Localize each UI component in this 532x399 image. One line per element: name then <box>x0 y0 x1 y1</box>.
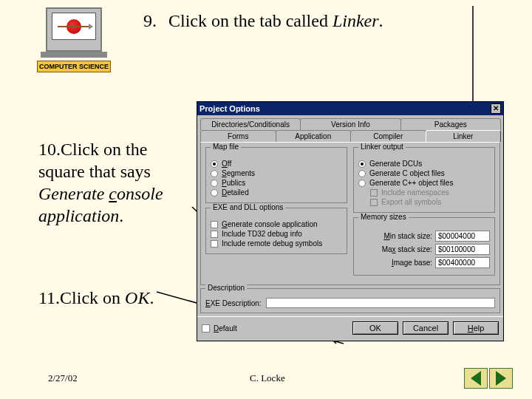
check-generate-console[interactable]: Generate console application <box>211 220 342 228</box>
image-base-label: Image base: <box>358 259 432 267</box>
radio-mapfile-segments[interactable]: Segments <box>211 169 342 177</box>
close-button[interactable]: ✕ <box>491 103 501 114</box>
tab-forms[interactable]: Forms <box>200 130 276 142</box>
project-options-dialog: Project Options ✕ Directories/Conditiona… <box>197 101 504 341</box>
titlebar[interactable]: Project Options ✕ <box>197 102 503 115</box>
cancel-button[interactable]: Cancel <box>403 321 449 335</box>
help-button[interactable]: Help <box>453 321 499 335</box>
mapfile-title: Map file <box>211 143 241 151</box>
check-include-namespaces: Include namespaces <box>370 188 490 197</box>
tab-packages[interactable]: Packages <box>400 118 501 130</box>
check-export-symbols: Export all symbols <box>370 198 490 206</box>
radio-generate-dcus[interactable]: Generate DCUs <box>358 160 490 168</box>
check-td32-debug[interactable]: Include TD32 debug info <box>211 230 342 238</box>
tab-compiler[interactable]: Compiler <box>350 130 426 142</box>
nav-arrows <box>464 368 513 389</box>
tab-linker[interactable]: Linker <box>426 130 502 142</box>
check-remote-debug[interactable]: Include remote debug symbols <box>211 239 342 248</box>
radio-mapfile-detailed[interactable]: Detailed <box>211 188 342 197</box>
footer-date: 2/27/02 <box>48 372 78 384</box>
min-stack-input[interactable]: $00004000 <box>435 231 490 242</box>
window-title: Project Options <box>200 104 491 113</box>
exe-dll-title: EXE and DLL options <box>211 203 285 211</box>
image-base-input[interactable]: $00400000 <box>435 257 490 268</box>
linker-output-group: Linker output Generate DCUs Generate C o… <box>353 147 495 213</box>
radio-mapfile-publics[interactable]: Publics <box>211 179 342 187</box>
linker-output-title: Linker output <box>358 143 406 151</box>
prev-slide-button[interactable] <box>464 368 488 389</box>
exe-description-label: EXE Description: <box>205 299 262 307</box>
memory-group: Memory sizes Min stack size:$00004000 Ma… <box>353 217 495 276</box>
radio-generate-cpp[interactable]: Generate C++ object files <box>358 179 490 187</box>
tab-application[interactable]: Application <box>276 130 352 142</box>
default-checkbox[interactable]: Default <box>202 324 348 332</box>
tab-version-info[interactable]: Version Info <box>300 118 400 130</box>
description-title: Description <box>205 284 247 292</box>
tab-directories[interactable]: Directories/Conditionals <box>200 118 301 130</box>
next-slide-button[interactable] <box>489 368 513 389</box>
memory-title: Memory sizes <box>358 213 409 221</box>
footer-author: C. Locke <box>250 372 285 384</box>
exe-dll-group: EXE and DLL options Generate console app… <box>205 208 347 254</box>
exe-description-input[interactable] <box>266 298 495 308</box>
tab-strip: Directories/Conditionals Version Info Pa… <box>197 115 503 142</box>
description-group: Description EXE Description: <box>200 288 500 313</box>
triangle-right-icon <box>496 371 506 386</box>
radio-mapfile-off[interactable]: Off <box>211 160 342 168</box>
ok-button[interactable]: OK <box>352 321 398 335</box>
radio-generate-c[interactable]: Generate C object files <box>358 169 490 177</box>
min-stack-label: Min stack size: <box>358 232 432 240</box>
max-stack-input[interactable]: $00100000 <box>435 244 490 255</box>
mapfile-group: Map file Off Segments Publics Detailed <box>205 147 347 203</box>
max-stack-label: Max stack size: <box>358 245 432 253</box>
triangle-left-icon <box>471 371 481 386</box>
